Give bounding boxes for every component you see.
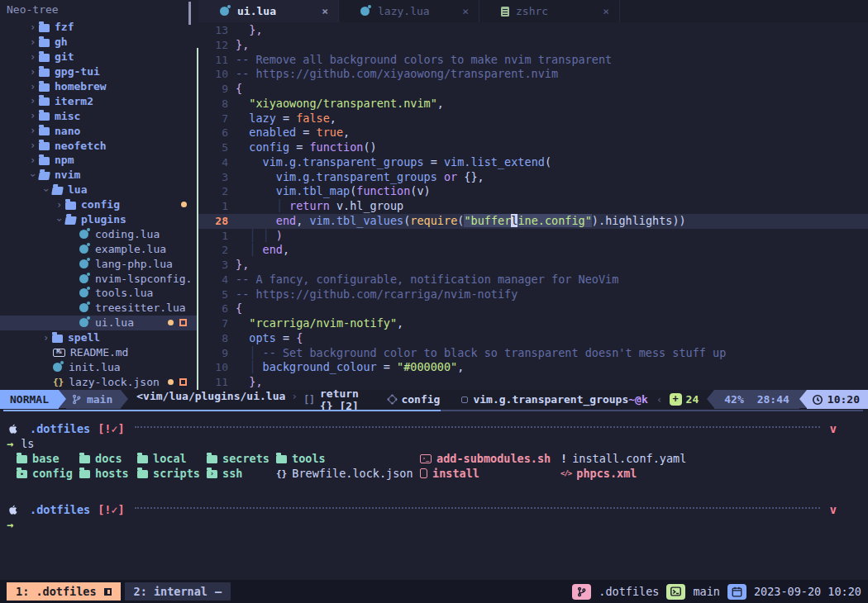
tmux-status-terminal: main bbox=[666, 584, 720, 600]
code-line[interactable]: 8 opts = { bbox=[198, 331, 868, 346]
tree-item-nvim[interactable]: ›nvim bbox=[0, 168, 197, 183]
prompt-line-2: .dotfiles [!✓] v bbox=[0, 502, 868, 517]
tree-item-fzf[interactable]: ›fzf bbox=[0, 20, 197, 35]
tree-item-label: spell bbox=[68, 331, 100, 344]
tab-lazy.lua[interactable]: lazy.lua× bbox=[339, 0, 479, 22]
folder-icon bbox=[207, 455, 217, 463]
tree-item-ui.lua[interactable]: ui.lua bbox=[0, 316, 197, 330]
folder-icon bbox=[137, 470, 148, 478]
modified-dot-icon bbox=[168, 320, 174, 325]
code-text: }, bbox=[228, 258, 249, 273]
line-number: 11 bbox=[198, 53, 228, 68]
code-line[interactable]: 10 │ background_colour = "#000000", bbox=[198, 360, 868, 375]
code-line[interactable]: 1 │ return v.hl_group bbox=[198, 199, 868, 214]
tree-item-nvim-lspconfig.[interactable]: nvim-lspconfig. bbox=[0, 271, 197, 286]
tmux-pane-border-active[interactable] bbox=[3, 410, 441, 411]
ls-entry-name: secrets bbox=[222, 452, 269, 465]
close-icon[interactable]: × bbox=[322, 5, 328, 17]
tree-item-npm[interactable]: ›npm bbox=[0, 153, 197, 168]
branch-chip bbox=[572, 584, 591, 600]
script-icon: ›_ bbox=[420, 454, 432, 463]
code-line[interactable]: 6{ bbox=[198, 302, 868, 316]
terminal-icon bbox=[670, 586, 681, 596]
tree-item-neofetch[interactable]: ›neofetch bbox=[0, 138, 197, 153]
ls-entry-name: add-submodules.sh bbox=[436, 452, 551, 465]
code-line[interactable]: 5-- https://github.com/rcarriga/nvim-not… bbox=[198, 287, 868, 302]
tree-item-gpg-tui[interactable]: ›gpg-tui bbox=[0, 64, 197, 79]
code-line[interactable]: 7 "rcarriga/nvim-notify", bbox=[198, 316, 868, 331]
tree-item-label: treesitter.lua bbox=[95, 302, 186, 314]
code-line[interactable]: 4 vim.g.transparent_groups = vim.list_ex… bbox=[198, 155, 868, 170]
code-line[interactable]: 10-- https://github.com/xiyaowong/transp… bbox=[198, 67, 868, 82]
tmux-window-1dotfiles[interactable]: 1: .dotfiles bbox=[7, 582, 121, 601]
tree-item-lang-php.lua[interactable]: lang-php.lua bbox=[0, 256, 197, 271]
code-line[interactable]: 2 │ end, bbox=[198, 243, 868, 258]
tree-item-label: gpg-tui bbox=[55, 65, 100, 78]
code-text: vim.tbl_map(function(v) bbox=[228, 184, 431, 199]
tree-item-README.md[interactable]: M↓README.md bbox=[0, 345, 197, 360]
tree-item-example.lua[interactable]: example.lua bbox=[0, 241, 197, 256]
prompt-right-flag: v bbox=[830, 503, 837, 516]
neotree-scrollbar-thumb[interactable] bbox=[188, 2, 191, 25]
tmux-statusbar: 1: .dotfiles2: internal– .dotfilesmain20… bbox=[0, 580, 868, 603]
ls-entry-docs: docs bbox=[79, 452, 137, 465]
close-icon[interactable]: × bbox=[462, 5, 469, 17]
editor-code-area: 13 },12},11-- Remove all background colo… bbox=[198, 23, 868, 390]
code-line[interactable]: 11-- Remove all background colors to mak… bbox=[198, 53, 868, 68]
tree-item-lua[interactable]: ›lua bbox=[0, 183, 197, 197]
powerline-separator bbox=[121, 390, 128, 408]
shell-input-line[interactable]: → bbox=[0, 517, 868, 532]
tree-item-spell[interactable]: ›spell bbox=[0, 330, 197, 345]
neotree-title: Neo-tree bbox=[7, 3, 59, 16]
folder-icon bbox=[39, 157, 50, 165]
tree-item-iterm2[interactable]: ›iterm2 bbox=[0, 93, 197, 108]
code-line[interactable]: 2 vim.tbl_map(function(v) bbox=[198, 184, 868, 199]
prompt-cwd: .dotfiles bbox=[30, 503, 90, 516]
code-line[interactable]: 9 │ -- Set background color to black so … bbox=[198, 346, 868, 361]
tree-item-misc[interactable]: ›misc bbox=[0, 108, 197, 123]
tab-zshrc[interactable]: zshrc× bbox=[479, 0, 620, 22]
code-line-current[interactable]: 28 end, vim.tbl_values(require("bufferli… bbox=[198, 214, 868, 229]
code-line[interactable]: 13 }, bbox=[198, 23, 868, 38]
code-line[interactable]: 6 enabled = true, bbox=[198, 126, 868, 140]
tree-item-label: neofetch bbox=[55, 140, 107, 152]
lua-icon bbox=[79, 274, 88, 283]
tab-ui.lua[interactable]: ui.lua× bbox=[198, 0, 339, 22]
tree-item-config[interactable]: ›config bbox=[0, 197, 197, 212]
tree-item-tools.lua[interactable]: tools.lua bbox=[0, 286, 197, 301]
tmux-status-branch: .dotfiles bbox=[572, 584, 659, 600]
chevron-right-icon: › bbox=[26, 97, 39, 105]
tree-item-coding.lua[interactable]: coding.lua bbox=[0, 226, 197, 241]
tree-item-gh[interactable]: ›gh bbox=[0, 35, 197, 50]
code-line[interactable]: 3}, bbox=[198, 258, 868, 273]
prompt-fill-dots bbox=[135, 507, 820, 509]
close-icon[interactable]: × bbox=[603, 5, 609, 17]
powerline-separator bbox=[59, 390, 66, 408]
tree-item-init.lua[interactable]: init.lua bbox=[0, 359, 197, 374]
tmux-pane-border[interactable] bbox=[441, 410, 863, 411]
folder-icon bbox=[276, 455, 287, 463]
tree-item-plugins[interactable]: ›plugins bbox=[0, 212, 197, 227]
code-line[interactable]: 3 vim.g.transparent_groups or {}, bbox=[198, 170, 868, 185]
code-line[interactable]: 4-- A fancy, configurable, notification … bbox=[198, 273, 868, 287]
tree-item-label: nvim-lspconfig. bbox=[95, 273, 192, 285]
tree-item-nano[interactable]: ›nano bbox=[0, 123, 197, 138]
line-number: 4 bbox=[198, 273, 228, 287]
tree-item-lazy-lock.json[interactable]: {}lazy-lock.json bbox=[0, 374, 197, 389]
breadcrumb-item: config bbox=[401, 393, 440, 406]
code-line[interactable]: 5 config = function() bbox=[198, 140, 868, 155]
shellfile-icon bbox=[501, 7, 509, 17]
tree-item-git[interactable]: ›git bbox=[0, 50, 197, 64]
code-line[interactable]: 9{ bbox=[198, 82, 868, 97]
tree-item-treesitter.lua[interactable]: treesitter.lua bbox=[0, 301, 197, 316]
code-line[interactable]: 11 }, bbox=[198, 375, 868, 390]
code-line[interactable]: 12}, bbox=[198, 38, 868, 53]
register-indicator: ~@k bbox=[628, 390, 647, 409]
neotree-sidebar: Neo-tree ›fzf›gh›git›gpg-tui›homebrew›it… bbox=[0, 0, 197, 390]
tree-item-label: lua bbox=[68, 183, 87, 196]
code-line[interactable]: 8 "xiyaowong/transparent.nvim", bbox=[198, 97, 868, 112]
tree-item-homebrew[interactable]: ›homebrew bbox=[0, 79, 197, 94]
code-line[interactable]: 7 lazy = false, bbox=[198, 112, 868, 126]
code-line[interactable]: 1 │ │ ) bbox=[198, 229, 868, 244]
tmux-window-2internal[interactable]: 2: internal– bbox=[125, 582, 231, 601]
